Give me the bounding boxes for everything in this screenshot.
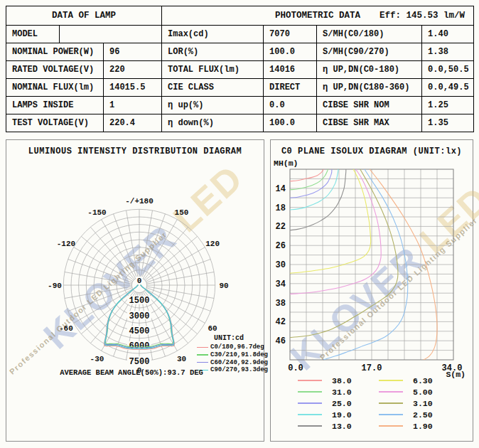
eta-updn-c180-label: η UP,DN(C180-360)	[317, 79, 422, 97]
isolux-legend-item: 38.0	[298, 375, 352, 386]
eta-down-label: η down(%)	[162, 114, 264, 132]
efficacy-value: Eff: 145.53 lm/W	[380, 11, 465, 21]
polar-legend-label: C0/180,96.7deg	[210, 343, 264, 351]
isolux-legend: 38.031.025.019.013.06.305.003.102.501.90	[271, 375, 473, 440]
eta-updn-c0-value: 0.0,50.5	[422, 61, 474, 79]
test-voltage-value: 220.4	[104, 114, 162, 132]
legend-line-swatch	[379, 425, 403, 426]
polar-legend-label: C30/210,91.8deg	[210, 351, 268, 358]
table-row: NOMINAL FLUX(lm) 14015.5 CIE CLASS DIREC…	[6, 79, 474, 97]
photometric-spec-table: DATA OF LAMP PHOTOMETRIC DATA Eff: 145.5…	[6, 6, 474, 132]
angle-tick-label: 30	[177, 355, 186, 363]
y-tick-label: 18	[276, 203, 286, 213]
legend-line-swatch	[379, 391, 403, 392]
angle-tick-label: 60	[208, 324, 217, 333]
polar-legend-unit: UNIT:cd	[214, 334, 265, 342]
polar-intensity-chart: 150030004500600075000030-3060-6090-90120…	[6, 140, 264, 441]
model-value	[60, 26, 162, 43]
nominal-power-value: 96	[104, 43, 162, 61]
polar-legend-item: C60/240,92.9deg	[197, 358, 265, 366]
legend-line-swatch	[298, 380, 322, 380]
angle-tick-label: 90	[219, 282, 228, 290]
table-row: LAMPS INSIDE 1 η up(%) 0.0 CIBSE SHR NOM…	[6, 97, 474, 114]
y-tick-label: 30	[276, 260, 286, 270]
total-flux-label: TOTAL FLUX(lm)	[162, 61, 264, 79]
legend-line-swatch	[298, 391, 322, 392]
cie-class-value: DIRECT	[264, 79, 317, 97]
lamps-inside-value: 1	[104, 97, 162, 114]
imax-label: Imax(cd)	[162, 26, 264, 43]
isolux-legend-label: 19.0	[332, 410, 352, 420]
y-tick-label: 42	[276, 317, 286, 327]
polar-grid	[63, 209, 215, 361]
radial-tick-label: 3000	[129, 311, 150, 321]
table-row: NOMINAL POWER(W) 96 LOR(%) 100.0 S/MH(C9…	[6, 43, 474, 61]
y-tick-label: 34	[276, 279, 286, 289]
eta-up-value: 0.0	[264, 97, 317, 114]
isolux-legend-item: 2.50	[379, 409, 433, 420]
isolux-contour-1.90	[370, 169, 437, 364]
radial-tick-label: 1500	[129, 296, 150, 306]
isolux-contour-6.30	[290, 169, 371, 273]
isolux-legend-item: 25.0	[298, 398, 352, 409]
photometric-table-header: PHOTOMETRIC DATA Eff: 145.53 lm/W	[162, 6, 474, 26]
imax-value: 7070	[264, 26, 317, 43]
angle-tick-label: -150	[87, 208, 106, 217]
isolux-legend-label: 13.0	[332, 422, 352, 431]
model-label: MODEL	[6, 26, 60, 43]
x-tick-label: 17.0	[362, 363, 382, 373]
angle-tick-label: -90	[48, 282, 62, 290]
isolux-legend-item: 31.0	[298, 386, 352, 398]
nominal-flux-value: 14015.5	[104, 79, 162, 97]
total-flux-value: 14016	[264, 61, 317, 79]
angle-tick-label: -30	[90, 355, 104, 363]
legend-line-swatch	[298, 402, 322, 403]
legend-line-swatch	[379, 402, 403, 403]
y-tick-label: 26	[276, 241, 286, 251]
eta-down-value: 100.0	[264, 114, 317, 132]
angle-tick-label: -60	[59, 324, 73, 333]
nominal-flux-label: NOMINAL FLUX(lm)	[6, 79, 104, 97]
radial-tick-zero: 0	[137, 277, 142, 285]
cie-class-label: CIE CLASS	[162, 79, 264, 97]
nominal-power-label: NOMINAL POWER(W)	[6, 43, 104, 61]
smh-c90-label: S/MH(C90/270)	[317, 43, 422, 61]
isolux-legend-item: 3.10	[379, 398, 433, 409]
isolux-legend-item: 13.0	[298, 420, 352, 432]
x-tick-label: 0.0	[288, 363, 303, 373]
isolux-legend-label: 1.90	[413, 422, 433, 431]
isolux-contour-25.0	[290, 169, 332, 198]
cibse-shr-nom-value: 1.25	[422, 97, 474, 114]
isolux-contour-13.0	[290, 169, 346, 230]
legend-line-swatch	[298, 414, 322, 415]
isolux-legend-item: 19.0	[298, 409, 352, 420]
lamps-inside-label: LAMPS INSIDE	[6, 97, 104, 114]
smh-c0-label: S/MH(C0/180)	[317, 26, 422, 43]
isolux-legend-label: 5.00	[413, 388, 433, 397]
lor-label: LOR(%)	[162, 43, 264, 61]
angle-tick-label: 120	[205, 240, 220, 248]
isolux-contour-31.0	[290, 169, 328, 190]
legend-line-swatch	[197, 347, 208, 348]
polar-legend-item: C30/210,91.8deg	[197, 351, 265, 359]
legend-line-swatch	[379, 414, 403, 415]
isolux-legend-item: 6.30	[379, 375, 433, 386]
polar-legend-label: C60/240,92.9deg	[210, 359, 268, 366]
rated-voltage-label: RATED VOLTAGE(V)	[6, 61, 104, 79]
isolux-tick-labels: 1418222630343842460.017.034.0	[276, 184, 463, 373]
rated-voltage-value: 220	[104, 61, 162, 79]
eta-updn-c0-label: η UP,DN(C0-180)	[317, 61, 422, 79]
angle-tick-label: -/+180	[125, 197, 154, 206]
average-beam-angle-text: AVERAGE BEAM ANGLE(50%):93.7 DEG	[6, 368, 257, 377]
lamp-table-title: DATA OF LAMP	[6, 6, 162, 26]
cibse-shr-max-label: CIBSE SHR MAX	[317, 114, 422, 132]
legend-line-swatch	[298, 425, 322, 426]
isolux-panel: KLOVER LED Professional Outdoor LED Ligh…	[270, 139, 473, 442]
angle-tick-label: -120	[57, 240, 75, 248]
isolux-contours	[290, 169, 437, 364]
table-row: MODEL Imax(cd) 7070 S/MH(C0/180) 1.40	[6, 26, 474, 43]
isolux-grid	[290, 169, 453, 360]
smh-c0-value: 1.40	[422, 26, 474, 43]
isolux-contour-38.0	[290, 169, 323, 181]
isolux-legend-item: 5.00	[379, 386, 433, 398]
